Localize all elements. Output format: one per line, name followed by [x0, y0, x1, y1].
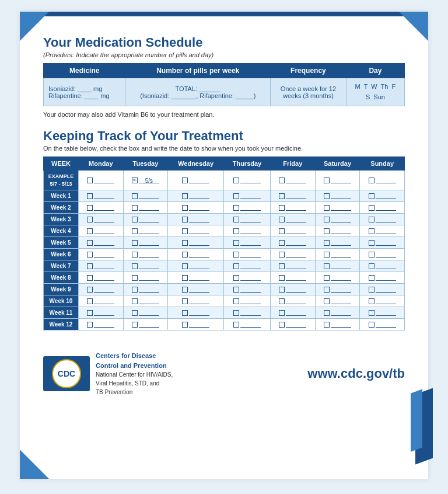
checkbox-icon[interactable]	[324, 228, 330, 234]
date-field[interactable]	[139, 205, 159, 211]
date-field[interactable]	[286, 263, 306, 269]
date-field[interactable]	[240, 217, 261, 222]
date-field[interactable]	[286, 310, 306, 316]
date-field[interactable]	[376, 240, 396, 246]
checkbox-icon[interactable]	[324, 252, 330, 258]
date-field[interactable]	[376, 298, 396, 304]
date-field[interactable]	[331, 310, 351, 316]
date-field[interactable]	[94, 240, 114, 246]
checkbox-icon[interactable]	[324, 287, 330, 293]
date-field[interactable]	[94, 298, 114, 304]
date-field[interactable]	[286, 228, 306, 234]
checkbox-icon[interactable]	[369, 252, 374, 258]
checkbox-icon[interactable]	[233, 263, 239, 269]
checkbox-icon[interactable]	[87, 287, 93, 293]
checkbox-icon[interactable]	[369, 228, 374, 234]
checkbox-icon[interactable]	[324, 205, 330, 211]
date-field[interactable]	[94, 178, 114, 183]
date-field[interactable]	[240, 193, 261, 199]
checkbox-icon[interactable]	[233, 205, 239, 211]
date-field[interactable]	[331, 193, 351, 199]
checkbox-icon[interactable]	[182, 240, 188, 246]
date-field[interactable]	[94, 193, 114, 199]
date-field[interactable]	[189, 178, 209, 183]
checkbox-icon[interactable]	[324, 275, 330, 281]
checkbox-icon[interactable]	[87, 275, 93, 281]
checkbox-icon[interactable]	[324, 240, 330, 246]
checkbox-icon[interactable]	[279, 193, 285, 199]
checkbox-icon[interactable]	[233, 287, 239, 293]
checkbox-checked-icon[interactable]	[132, 178, 138, 183]
date-field[interactable]	[376, 252, 396, 258]
date-field[interactable]	[94, 310, 114, 316]
date-field[interactable]	[94, 205, 114, 211]
date-field[interactable]	[240, 298, 261, 304]
checkbox-icon[interactable]	[324, 217, 330, 222]
checkbox-icon[interactable]	[279, 228, 285, 234]
date-field[interactable]	[376, 228, 396, 234]
date-field[interactable]	[139, 252, 159, 258]
checkbox-icon[interactable]	[132, 240, 138, 246]
checkbox-icon[interactable]	[182, 263, 188, 269]
date-field[interactable]	[286, 178, 306, 183]
checkbox-icon[interactable]	[182, 217, 188, 222]
checkbox-icon[interactable]	[87, 252, 93, 258]
date-field[interactable]	[240, 287, 261, 293]
date-field[interactable]	[376, 322, 396, 328]
checkbox-icon[interactable]	[132, 252, 138, 258]
date-field[interactable]	[240, 240, 261, 246]
checkbox-icon[interactable]	[182, 275, 188, 281]
date-field[interactable]	[139, 275, 159, 281]
checkbox-icon[interactable]	[233, 228, 239, 234]
checkbox-icon[interactable]	[233, 240, 239, 246]
checkbox-icon[interactable]	[324, 178, 330, 183]
date-field[interactable]	[240, 310, 261, 316]
date-field[interactable]	[240, 228, 261, 234]
date-field[interactable]	[139, 228, 159, 234]
checkbox-icon[interactable]	[369, 310, 374, 316]
date-field[interactable]	[286, 205, 306, 211]
date-field[interactable]	[189, 322, 209, 328]
checkbox-icon[interactable]	[233, 275, 239, 281]
date-field[interactable]	[331, 205, 351, 211]
checkbox-icon[interactable]	[132, 287, 138, 293]
checkbox-icon[interactable]	[182, 178, 188, 183]
checkbox-icon[interactable]	[182, 193, 188, 199]
checkbox-icon[interactable]	[324, 193, 330, 199]
checkbox-icon[interactable]	[369, 240, 374, 246]
date-field[interactable]	[331, 322, 351, 328]
checkbox-icon[interactable]	[324, 322, 330, 328]
date-field[interactable]	[189, 252, 209, 258]
date-field[interactable]	[376, 275, 396, 281]
checkbox-icon[interactable]	[279, 310, 285, 316]
checkbox-icon[interactable]	[132, 275, 138, 281]
date-field[interactable]	[286, 252, 306, 258]
date-field[interactable]	[139, 240, 159, 246]
date-field[interactable]	[331, 178, 351, 183]
date-field[interactable]	[331, 298, 351, 304]
checkbox-icon[interactable]	[182, 228, 188, 234]
date-field[interactable]	[139, 193, 159, 199]
date-field[interactable]	[139, 217, 159, 222]
date-field[interactable]	[139, 298, 159, 304]
date-field[interactable]	[331, 275, 351, 281]
date-field[interactable]	[331, 240, 351, 246]
checkbox-icon[interactable]	[87, 193, 93, 199]
checkbox-icon[interactable]	[233, 322, 239, 328]
checkbox-icon[interactable]	[233, 193, 239, 199]
checkbox-icon[interactable]	[182, 205, 188, 211]
checkbox-icon[interactable]	[132, 228, 138, 234]
date-field[interactable]	[189, 287, 209, 293]
checkbox-icon[interactable]	[369, 193, 374, 199]
date-field[interactable]	[94, 322, 114, 328]
checkbox-icon[interactable]	[279, 205, 285, 211]
checkbox-icon[interactable]	[132, 322, 138, 328]
date-field[interactable]	[286, 193, 306, 199]
checkbox-icon[interactable]	[279, 252, 285, 258]
checkbox-icon[interactable]	[182, 287, 188, 293]
date-field[interactable]	[94, 252, 114, 258]
date-field[interactable]	[376, 178, 396, 183]
date-field[interactable]	[331, 263, 351, 269]
checkbox-icon[interactable]	[233, 217, 239, 222]
date-field[interactable]	[331, 217, 351, 222]
